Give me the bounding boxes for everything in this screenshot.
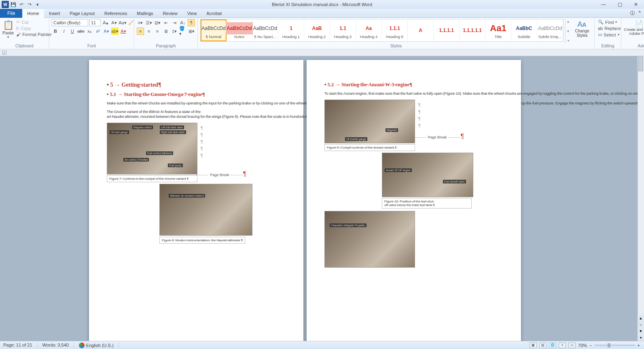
- style-item-9[interactable]: 1.1.1.1: [434, 19, 460, 41]
- style-item-¶ Normal[interactable]: AaBbCcDd¶ Normal: [201, 19, 227, 41]
- language-indicator[interactable]: English (U.S.): [79, 343, 119, 348]
- bold-button[interactable]: B: [52, 28, 59, 35]
- change-case-button[interactable]: Aa▾: [119, 19, 126, 26]
- align-left-button[interactable]: ≡: [137, 28, 144, 35]
- bullets-button[interactable]: ≡▾: [137, 19, 144, 26]
- multilevel-button[interactable]: ⊟▾: [154, 19, 161, 26]
- status-bar: Page: 11 of 21 Words: 3,540 English (U.S…: [0, 341, 644, 349]
- find-button[interactable]: 🔍Find▾: [597, 19, 622, 25]
- tab-acrobat[interactable]: Acrobat: [201, 9, 227, 18]
- zoom-out-button[interactable]: −: [589, 343, 592, 348]
- style-item-Heading 2[interactable]: AaBHeading 2: [304, 19, 330, 41]
- shrink-font-button[interactable]: A▾: [110, 19, 118, 26]
- clear-formatting-button[interactable]: 🧹: [127, 19, 135, 26]
- tab-review[interactable]: Review: [158, 9, 182, 18]
- tab-insert[interactable]: Insert: [44, 9, 65, 18]
- change-styles-button[interactable]: Aᴀ Change Styles: [572, 19, 592, 43]
- page-indicator[interactable]: Page: 11 of 21: [3, 343, 38, 348]
- text-effects-button[interactable]: A▾: [103, 28, 110, 35]
- justify-button[interactable]: ≣: [162, 28, 169, 35]
- font-name-combo[interactable]: Calibri (Body): [52, 19, 88, 26]
- figure-10-image: Anzani 25 HP engine Fuel shutoff valve: [382, 153, 473, 197]
- tab-mailings[interactable]: Mailings: [132, 9, 158, 18]
- tab-page-layout[interactable]: Page Layout: [65, 9, 100, 18]
- tab-home[interactable]: Home: [22, 9, 44, 18]
- style-item-Heading 4[interactable]: AaHeading 4: [356, 19, 382, 41]
- create-share-pdf-button[interactable]: 📄 Create and Share Adobe PDF: [624, 19, 644, 36]
- draft-view-button[interactable]: ▭: [568, 343, 576, 348]
- scroll-down-button[interactable]: ▾: [638, 334, 644, 341]
- sort-button[interactable]: A↓: [179, 19, 186, 26]
- full-screen-view-button[interactable]: ▤: [539, 343, 547, 348]
- outline-view-button[interactable]: ≡: [559, 343, 566, 348]
- undo-button[interactable]: ↶: [18, 1, 25, 8]
- highlight-button[interactable]: ab▾: [111, 28, 119, 35]
- style-item-Heading 5[interactable]: 1.1.1Heading 5: [382, 19, 408, 41]
- maximize-button[interactable]: ▢: [612, 0, 628, 9]
- superscript-button[interactable]: x²: [94, 28, 102, 35]
- shading-button[interactable]: 🪣▾: [179, 28, 186, 35]
- strikethrough-button[interactable]: abc: [77, 28, 85, 35]
- zoom-thumb[interactable]: [608, 343, 610, 347]
- format-painter-button[interactable]: 🖌Format Painter: [15, 32, 53, 37]
- numbering-button[interactable]: ☰▾: [145, 19, 153, 26]
- window-title: Bleriot XI Simulation manual.docx - Micr…: [272, 2, 372, 7]
- scroll-thumb[interactable]: [638, 56, 643, 71]
- cut-button[interactable]: ✂Cut: [15, 19, 53, 25]
- minimize-button[interactable]: —: [595, 0, 612, 9]
- close-button[interactable]: ✕: [628, 0, 644, 9]
- zoom-level[interactable]: 70%: [578, 343, 587, 348]
- style-item-¶ No Spaci...[interactable]: AaBbCcDd¶ No Spaci...: [252, 19, 278, 41]
- increase-indent-button[interactable]: ⇥: [171, 19, 178, 26]
- grow-font-button[interactable]: A▴: [102, 19, 109, 26]
- style-item-Subtle Emp...[interactable]: AaBbCcDdSubtle Emp...: [537, 19, 563, 41]
- borders-button[interactable]: ⊞▾: [188, 28, 195, 35]
- vertical-scrollbar[interactable]: ▲ ○ ▼ ▾: [638, 56, 644, 341]
- line-spacing-button[interactable]: ‡▾: [171, 28, 178, 35]
- redo-button[interactable]: ↷: [26, 1, 33, 8]
- prev-page-button[interactable]: ▲: [638, 315, 644, 321]
- qat-more-button[interactable]: ▾: [34, 1, 41, 8]
- word-count[interactable]: Words: 3,540: [42, 343, 74, 348]
- italic-button[interactable]: I: [60, 28, 68, 35]
- styles-gallery[interactable]: AaBbCcDd¶ NormalAaBbCcDdNotesAaBbCcDd¶ N…: [200, 19, 564, 42]
- gallery-scroll[interactable]: ▲▼▾: [565, 19, 571, 43]
- group-styles: AaBbCcDd¶ NormalAaBbCcDdNotesAaBbCcDd¶ N…: [198, 18, 595, 49]
- save-button[interactable]: 💾: [10, 1, 17, 8]
- find-icon: 🔍: [598, 19, 604, 25]
- replace-button[interactable]: abReplace: [597, 26, 622, 31]
- subscript-button[interactable]: x₂: [86, 28, 93, 35]
- show-hide-paragraph-button[interactable]: ¶: [188, 19, 195, 26]
- align-center-button[interactable]: ≡: [145, 28, 153, 35]
- style-item-Heading 3[interactable]: 1.1Heading 3: [330, 19, 356, 41]
- web-layout-view-button[interactable]: 🌐: [549, 343, 556, 348]
- style-item-Notes[interactable]: AaBbCcDdNotes: [227, 19, 252, 41]
- tab-view[interactable]: View: [182, 9, 202, 18]
- style-item-8[interactable]: A: [408, 19, 434, 41]
- select-button[interactable]: ▭Select▾: [597, 32, 622, 38]
- help-icon[interactable]: ⓘ: [630, 10, 635, 16]
- underline-button[interactable]: U: [69, 28, 76, 35]
- style-item-Title[interactable]: Aa1Title: [485, 19, 511, 41]
- style-item-Heading 1[interactable]: 1Heading 1: [278, 19, 304, 41]
- browse-object-button[interactable]: ○: [638, 321, 644, 328]
- decrease-indent-button[interactable]: ⇤: [162, 19, 169, 26]
- align-right-button[interactable]: ≡: [154, 28, 161, 35]
- tab-selector[interactable]: ⌐: [2, 51, 6, 55]
- paste-label: Paste: [2, 30, 14, 35]
- style-item-Subtitle[interactable]: AaBbCSubtitle: [511, 19, 537, 41]
- tab-file[interactable]: File: [0, 9, 22, 18]
- document-area[interactable]: 5 → Getting·started¶ 5.1 → Starting·the·…: [0, 56, 644, 341]
- figure-8-caption: Figure·8:·Modern·instrumentation:·the·Na…: [159, 237, 245, 244]
- print-layout-view-button[interactable]: ▦: [530, 343, 537, 348]
- zoom-slider[interactable]: [595, 345, 635, 346]
- font-color-button[interactable]: A▾: [120, 28, 127, 35]
- collapse-ribbon-button[interactable]: ^: [639, 10, 641, 16]
- paste-button[interactable]: 📋 Paste ▾: [2, 19, 14, 39]
- copy-button[interactable]: ⎘Copy: [15, 26, 53, 31]
- font-size-combo[interactable]: 11: [89, 19, 101, 26]
- style-item-10[interactable]: 1.1.1.1.1: [460, 19, 485, 41]
- zoom-in-button[interactable]: +: [638, 343, 640, 348]
- next-page-button[interactable]: ▼: [638, 328, 644, 334]
- tab-references[interactable]: References: [100, 9, 132, 18]
